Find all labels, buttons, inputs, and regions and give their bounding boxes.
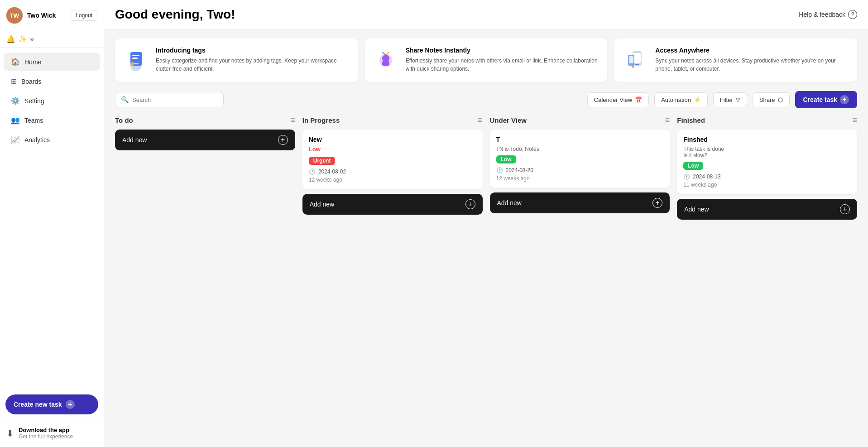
sidebar-item-teams[interactable]: 👥 Teams — [4, 111, 100, 129]
under-view-add-new-button[interactable]: Add new + — [490, 192, 670, 213]
create-new-task-label: Create new task — [14, 401, 62, 408]
calendar-icon: 📅 — [635, 96, 642, 103]
sidebar-item-boards-label: Boards — [21, 78, 41, 85]
card-finished-age: 11 weeks ago — [683, 182, 851, 188]
main-content: Introducing tags Easily categorize and f… — [104, 29, 868, 447]
under-view-plus-icon: + — [652, 198, 662, 208]
download-app-title: Download the app — [19, 427, 73, 433]
task-card-t[interactable]: T TN is Todo, Notes Low 🕐 2024-08-20 12 … — [490, 130, 670, 188]
sidebar-item-home-label: Home — [24, 58, 41, 66]
download-app-section[interactable]: ⬇ Download the app Get the full experien… — [0, 419, 104, 447]
finished-add-new-label: Add new — [684, 206, 709, 213]
filter-button[interactable]: Filter ▽ — [713, 92, 747, 107]
sidebar: TW Two Wick Logout 🔔 ✨ » 🏠 Home ⊞ Boards… — [0, 0, 104, 447]
column-finished-header: Finished ≡ — [677, 115, 857, 125]
main-header: Good evening, Two! Help & feedback ? — [104, 0, 868, 29]
card-new-age: 12 weeks ago — [309, 177, 476, 183]
sidebar-item-home[interactable]: 🏠 Home — [4, 53, 100, 71]
create-new-task-button[interactable]: Create new task + — [5, 394, 98, 414]
filter-label: Filter — [720, 96, 733, 103]
card-finished-subtitle: This task is doneIs it slow? — [683, 146, 851, 159]
card-new-badge: Urgent — [309, 157, 336, 165]
logout-button[interactable]: Logout — [71, 10, 97, 21]
card-new-priority-text: Low — [309, 146, 476, 153]
in-progress-add-new-button[interactable]: Add new + — [302, 194, 483, 215]
help-feedback-button[interactable]: Help & feedback ? — [799, 10, 857, 19]
sidebar-item-setting[interactable]: ⚙️ Setting — [4, 92, 100, 110]
finished-plus-icon: + — [840, 204, 850, 214]
card-new-title: New — [309, 136, 476, 143]
promo-card-tags: Introducing tags Easily categorize and f… — [115, 38, 358, 82]
download-app-text: Download the app Get the full experience — [19, 427, 73, 440]
card-t-date-value: 2024-08-20 — [506, 167, 533, 173]
finished-add-new-button[interactable]: Add new + — [677, 199, 857, 220]
card-finished-badge: Low — [683, 162, 703, 170]
card-t-title: T — [496, 136, 664, 143]
promo-access-body: Access Anywhere Sync your notes across a… — [655, 47, 850, 73]
task-card-new[interactable]: New Low Urgent 🕐 2024-08-02 12 weeks ago — [302, 130, 483, 189]
share-label: Share — [759, 96, 775, 103]
column-todo-header: To do ≡ — [115, 115, 295, 125]
promo-cards-row: Introducing tags Easily categorize and f… — [115, 38, 857, 82]
share-button[interactable]: Share ⬡ — [753, 92, 790, 107]
column-finished: Finished ≡ Finshed This task is doneIs i… — [677, 115, 857, 220]
todo-plus-icon: + — [278, 135, 288, 145]
sidebar-item-analytics[interactable]: 📈 Analytics — [4, 131, 100, 149]
task-card-finished[interactable]: Finshed This task is doneIs it slow? Low… — [677, 130, 857, 194]
search-icon: 🔍 — [121, 96, 129, 103]
column-todo-title: To do — [115, 116, 133, 124]
board-toolbar: 🔍 Calender View 📅 Automation ⚡ Filter ▽ … — [115, 91, 857, 108]
promo-share-desc: Effortlessly share your notes with other… — [406, 57, 600, 73]
card-finished-title: Finshed — [683, 136, 851, 143]
svg-text:TW: TW — [10, 12, 19, 19]
calendar-view-button[interactable]: Calender View 📅 — [587, 92, 649, 107]
promo-tags-desc: Easily categorize and find your notes by… — [156, 57, 350, 73]
chevrons-right-icon[interactable]: » — [30, 35, 34, 43]
automation-button[interactable]: Automation ⚡ — [654, 92, 708, 107]
help-icon: ? — [848, 10, 857, 19]
svg-point-6 — [130, 62, 134, 66]
promo-tags-illustration — [122, 47, 149, 74]
automation-icon: ⚡ — [694, 96, 701, 103]
main-panel: Good evening, Two! Help & feedback ? — [104, 0, 868, 447]
svg-rect-4 — [132, 55, 139, 56]
sidebar-item-boards[interactable]: ⊞ Boards — [4, 72, 100, 90]
star-icon[interactable]: ✨ — [18, 35, 27, 43]
svg-point-9 — [382, 55, 389, 62]
setting-icon: ⚙️ — [11, 96, 20, 105]
promo-tags-title: Introducing tags — [156, 47, 350, 54]
svg-rect-7 — [134, 63, 139, 64]
promo-share-title: Share Notes Instantly — [406, 47, 600, 54]
plus-circle-icon: + — [66, 400, 75, 409]
automation-label: Automation — [661, 96, 691, 103]
column-in-progress: In Progress ≡ New Low Urgent 🕐 2024-08-0… — [302, 115, 483, 215]
todo-add-new-button[interactable]: Add new + — [115, 130, 295, 150]
svg-point-18 — [632, 65, 634, 68]
sidebar-item-teams-label: Teams — [24, 117, 43, 124]
card-t-badge: Low — [496, 155, 516, 163]
board-columns: To do ≡ Add new + In Progress ≡ New Low … — [115, 115, 857, 220]
column-finished-menu-icon[interactable]: ≡ — [852, 115, 857, 125]
card-new-date-value: 2024-08-02 — [318, 168, 346, 175]
todo-add-new-label: Add new — [122, 136, 147, 144]
create-task-plus-icon: + — [840, 95, 849, 104]
create-task-top-button[interactable]: Create task + — [795, 91, 858, 108]
card-t-date: 🕐 2024-08-20 — [496, 167, 664, 173]
column-todo-menu-icon[interactable]: ≡ — [290, 115, 295, 125]
calendar-label: Calender View — [594, 96, 632, 103]
sidebar-username: Two Wick — [27, 12, 66, 19]
download-icon: ⬇ — [6, 428, 14, 439]
column-under-view-menu-icon[interactable]: ≡ — [665, 115, 670, 125]
share-icon: ⬡ — [778, 96, 783, 103]
search-input[interactable] — [132, 96, 218, 103]
promo-share-illustration — [372, 47, 399, 74]
search-box[interactable]: 🔍 — [115, 92, 224, 107]
create-task-top-label: Create task — [803, 96, 838, 103]
column-under-view-title: Under View — [490, 116, 527, 124]
card-finished-date: 🕐 2024-08-13 — [683, 173, 851, 180]
notification-icon[interactable]: 🔔 — [6, 35, 15, 43]
column-in-progress-menu-icon[interactable]: ≡ — [478, 115, 483, 125]
promo-access-illustration — [622, 47, 649, 74]
page-title: Good evening, Two! — [115, 7, 799, 22]
clock-icon-3: 🕐 — [683, 173, 690, 180]
